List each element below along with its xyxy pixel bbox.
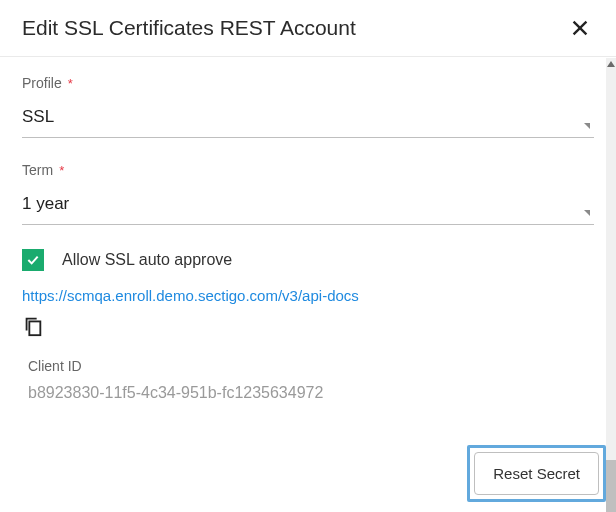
- required-indicator: *: [59, 163, 64, 178]
- copy-button[interactable]: [22, 314, 44, 338]
- chevron-down-icon: [584, 210, 590, 216]
- reset-secret-button[interactable]: Reset Secret: [474, 452, 599, 495]
- scrollbar-thumb[interactable]: [606, 460, 616, 512]
- allow-auto-approve-checkbox[interactable]: [22, 249, 44, 271]
- check-icon: [25, 252, 41, 268]
- scrollbar[interactable]: [606, 58, 616, 512]
- close-icon: [569, 17, 591, 39]
- client-id-value: b8923830-11f5-4c34-951b-fc1235634972: [22, 384, 594, 402]
- required-indicator: *: [68, 76, 73, 91]
- modal-header: Edit SSL Certificates REST Account: [0, 0, 616, 57]
- reset-secret-highlight: Reset Secret: [467, 445, 606, 502]
- profile-label-row: Profile *: [22, 75, 594, 91]
- profile-value: SSL: [22, 107, 594, 127]
- modal-title: Edit SSL Certificates REST Account: [22, 16, 356, 40]
- allow-auto-approve-label: Allow SSL auto approve: [62, 251, 232, 269]
- svg-rect-2: [29, 321, 40, 335]
- api-docs-link[interactable]: https://scmqa.enroll.demo.sectigo.com/v3…: [22, 287, 594, 304]
- edit-rest-account-modal: Edit SSL Certificates REST Account Profi…: [0, 0, 616, 512]
- term-select[interactable]: 1 year: [22, 188, 594, 225]
- chevron-down-icon: [584, 123, 590, 129]
- scroll-up-icon: [607, 61, 615, 67]
- profile-select[interactable]: SSL: [22, 101, 594, 138]
- term-field: Term * 1 year: [22, 162, 594, 225]
- copy-icon: [22, 314, 44, 338]
- client-id-label: Client ID: [22, 358, 594, 374]
- term-label-row: Term *: [22, 162, 594, 178]
- modal-content: Profile * SSL Term * 1 year: [0, 57, 616, 509]
- term-value: 1 year: [22, 194, 594, 214]
- allow-auto-approve-row: Allow SSL auto approve: [22, 249, 594, 271]
- profile-label: Profile: [22, 75, 62, 91]
- close-button[interactable]: [566, 14, 594, 42]
- term-label: Term: [22, 162, 53, 178]
- profile-field: Profile * SSL: [22, 75, 594, 138]
